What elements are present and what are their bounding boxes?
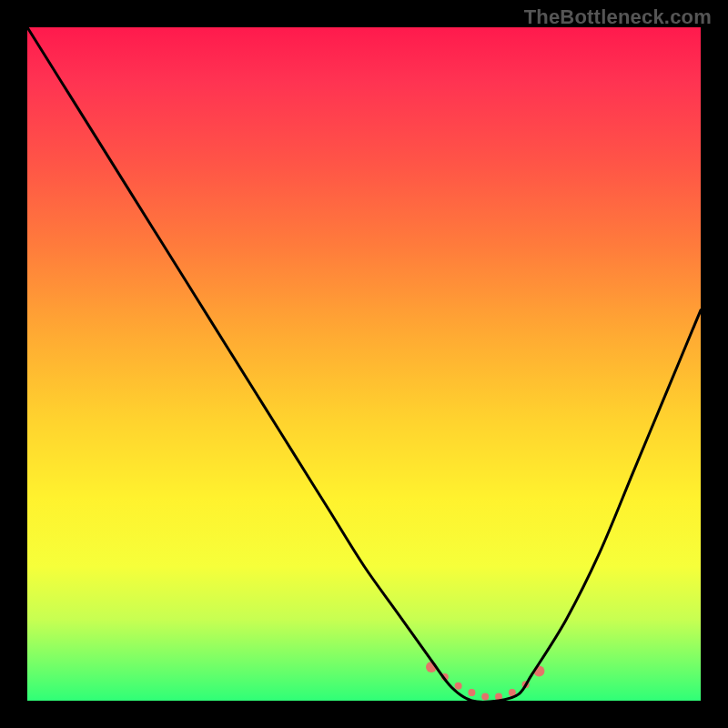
bottleneck-curve (27, 27, 701, 702)
optimal-marker-dot (455, 682, 462, 690)
curve-svg (27, 27, 701, 701)
optimal-marker-dot (481, 693, 489, 701)
watermark-text: TheBottleneck.com (524, 5, 712, 29)
chart-container: TheBottleneck.com (0, 0, 728, 728)
optimal-marker-dot (468, 689, 475, 696)
plot-area (27, 27, 701, 701)
